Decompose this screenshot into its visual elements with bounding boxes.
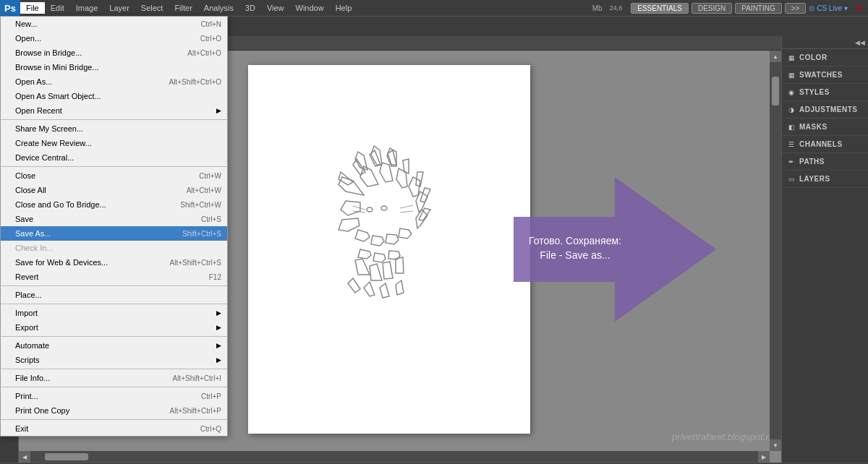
document-canvas: [248, 65, 530, 434]
dd-open-smart[interactable]: Open As Smart Object...: [1, 89, 227, 103]
collapse-icon[interactable]: ◀◀: [855, 39, 865, 46]
dd-place[interactable]: Place...: [1, 288, 227, 302]
dd-close[interactable]: Close Ctrl+W: [1, 168, 227, 183]
menu-help[interactable]: Help: [330, 2, 358, 14]
menu-filter[interactable]: Filter: [169, 2, 197, 14]
svg-line-2: [353, 206, 365, 210]
swatches-panel-label: SWATCHES: [799, 71, 843, 79]
dd-sep-8: [1, 419, 227, 420]
scroll-left-button[interactable]: ◀: [19, 451, 30, 463]
panel-adjustments[interactable]: ◑ ADJUSTMENTS: [782, 101, 868, 119]
dd-new[interactable]: New... Ctrl+N: [1, 17, 227, 31]
dd-sep-6: [1, 369, 227, 369]
paths-panel-icon: ✒: [786, 157, 796, 167]
dd-scripts[interactable]: Scripts ▶: [1, 353, 227, 367]
dd-print[interactable]: Print... Ctrl+P: [1, 389, 227, 403]
panel-swatches[interactable]: ▦ SWATCHES: [782, 66, 868, 84]
dd-open-recent[interactable]: Open Recent ▶: [1, 103, 227, 118]
svg-line-4: [400, 205, 413, 208]
mode-icon-mb: Mb: [592, 4, 603, 12]
svg-point-0: [367, 207, 373, 212]
workspace-painting[interactable]: PAINTING: [735, 3, 781, 14]
channels-panel-label: CHANNELS: [799, 140, 843, 148]
scroll-thumb-horizontal[interactable]: [45, 453, 88, 460]
dd-sep-2: [1, 166, 227, 167]
panel-masks[interactable]: ◧ MASKS: [782, 119, 868, 136]
dd-import[interactable]: Import ▶: [1, 306, 227, 320]
dd-sep-4: [1, 304, 227, 304]
dd-sep-7: [1, 387, 227, 387]
menu-window[interactable]: Window: [290, 2, 330, 14]
scroll-down-button[interactable]: ▼: [770, 439, 781, 451]
menu-file[interactable]: File: [20, 2, 45, 14]
dd-print-one[interactable]: Print One Copy Alt+Shift+Ctrl+P: [1, 403, 227, 418]
panel-paths[interactable]: ✒ PATHS: [782, 153, 868, 171]
color-panel-icon: ▦: [786, 53, 796, 63]
dd-close-all[interactable]: Close All Alt+Ctrl+W: [1, 183, 227, 197]
menu-analysis[interactable]: Analysis: [198, 2, 239, 14]
workspace-design[interactable]: DESIGN: [692, 3, 732, 14]
file-menu-dropdown: New... Ctrl+N Open... Ctrl+O Browse in B…: [0, 16, 228, 437]
workspace-essentials[interactable]: ESSENTIALS: [631, 3, 689, 14]
more-workspaces[interactable]: >>: [785, 3, 807, 14]
dd-file-info[interactable]: File Info... Alt+Shift+Ctrl+I: [1, 371, 227, 385]
styles-panel-label: STYLES: [799, 88, 830, 96]
dd-share-screen[interactable]: Share My Screen...: [1, 121, 227, 136]
cs-live[interactable]: ⊙ CS Live ▾: [809, 4, 848, 12]
panel-channels[interactable]: ☰ CHANNELS: [782, 136, 868, 153]
arrow-container: Готово. Сохраняем: File - Save as...: [514, 177, 716, 322]
dd-sep-5: [1, 336, 227, 337]
adjustments-panel-icon: ◑: [786, 105, 796, 115]
dd-automate[interactable]: Automate ▶: [1, 338, 227, 353]
svg-line-5: [400, 211, 413, 212]
dd-save[interactable]: Save Ctrl+S: [1, 212, 227, 226]
panel-color[interactable]: ▦ COLOR: [782, 49, 868, 66]
panel-collapse-bar: ◀◀: [782, 36, 868, 49]
dd-browse-mini[interactable]: Browse in Mini Bridge...: [1, 60, 227, 74]
dd-open[interactable]: Open... Ctrl+O: [1, 31, 227, 46]
menu-layer[interactable]: Layer: [103, 2, 135, 14]
dd-close-bridge[interactable]: Close and Go To Bridge... Shift+Ctrl+W: [1, 197, 227, 212]
dd-check-in[interactable]: Check In...: [1, 241, 227, 255]
dd-browse-bridge[interactable]: Browse in Bridge... Alt+Ctrl+O: [1, 46, 227, 60]
dd-export[interactable]: Export ▶: [1, 320, 227, 335]
close-app-button[interactable]: ✕: [855, 2, 864, 14]
layers-panel-label: LAYERS: [799, 175, 830, 183]
cat-artwork: [248, 65, 530, 434]
arrow-text-line1: Готово. Сохраняем:: [529, 235, 621, 246]
swatches-panel-icon: ▦: [786, 70, 796, 80]
menu-items: File Edit Image Layer Select Filter Anal…: [20, 2, 357, 14]
paths-panel-label: PATHS: [799, 158, 825, 166]
menu-edit[interactable]: Edit: [45, 2, 70, 14]
dd-create-review[interactable]: Create New Review...: [1, 136, 227, 150]
menu-select[interactable]: Select: [135, 2, 169, 14]
dd-save-web[interactable]: Save for Web & Devices... Alt+Shift+Ctrl…: [1, 255, 227, 270]
menu-view[interactable]: View: [261, 2, 290, 14]
dd-sep-1: [1, 119, 227, 120]
svg-point-1: [381, 206, 387, 210]
channels-panel-icon: ☰: [786, 139, 796, 150]
app-logo: Ps: [0, 0, 20, 16]
scroll-up-button[interactable]: ▲: [770, 51, 781, 62]
color-panel-label: COLOR: [799, 53, 827, 61]
dd-device-central[interactable]: Device Central...: [1, 150, 227, 165]
dd-exit[interactable]: Exit Ctrl+Q: [1, 421, 227, 436]
masks-panel-icon: ◧: [786, 122, 796, 132]
dd-save-as[interactable]: Save As... Shift+Ctrl+S: [1, 226, 227, 241]
panel-styles[interactable]: ◉ STYLES: [782, 84, 868, 101]
menu-3d[interactable]: 3D: [239, 2, 261, 14]
workspace-area: Mb 24,6 ESSENTIALS DESIGN PAINTING >> ⊙ …: [592, 2, 868, 14]
menu-image[interactable]: Image: [70, 2, 104, 14]
dd-open-as[interactable]: Open As... Alt+Shift+Ctrl+O: [1, 74, 227, 89]
arrow-text-line2: File - Save as...: [540, 249, 610, 261]
panel-layers[interactable]: ▭ LAYERS: [782, 171, 868, 188]
horizontal-scrollbar[interactable]: ◀ ▶: [19, 451, 770, 463]
adjustments-panel-label: ADJUSTMENTS: [799, 106, 858, 113]
scroll-thumb-vertical[interactable]: [772, 77, 779, 106]
scroll-right-button[interactable]: ▶: [758, 451, 770, 463]
vertical-scrollbar[interactable]: ▲ ▼: [770, 51, 781, 451]
styles-panel-icon: ◉: [786, 87, 796, 98]
layers-panel-icon: ▭: [786, 174, 796, 184]
dd-revert[interactable]: Revert F12: [1, 270, 227, 284]
masks-panel-label: MASKS: [799, 123, 827, 131]
